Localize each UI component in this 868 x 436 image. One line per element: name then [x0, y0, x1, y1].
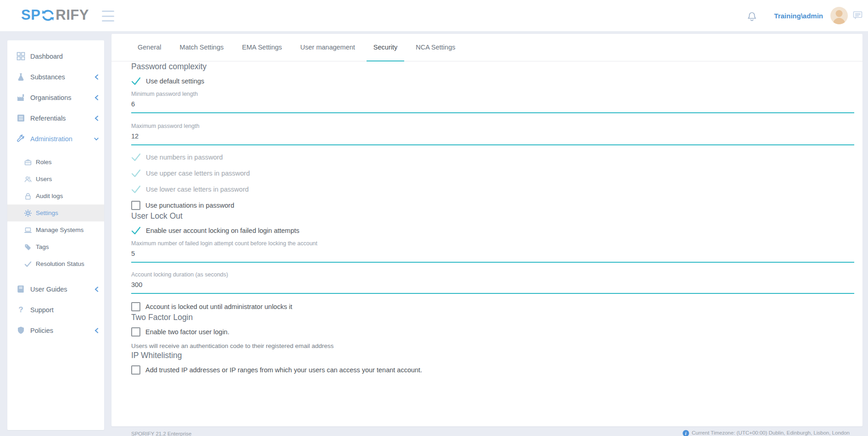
- sidebar-item-label: Manage Systems: [36, 226, 83, 233]
- enable-account-locking-checkbox[interactable]: Enable user account locking on failed lo…: [131, 225, 854, 236]
- chevron-down-icon: [94, 136, 99, 142]
- use-lowercase-checkbox[interactable]: Use lower case letters in password: [131, 184, 854, 195]
- checkbox-checked-disabled-icon: [131, 169, 141, 178]
- tab-match-settings[interactable]: Match Settings: [173, 34, 231, 61]
- sidebar-item-label: Tags: [36, 243, 49, 250]
- feedback-icon[interactable]: [853, 11, 862, 20]
- sidebar-item-referentials[interactable]: Referentials: [7, 108, 104, 128]
- app-logo[interactable]: SP RIFY: [21, 6, 89, 24]
- checkbox-checked-disabled-icon: [131, 153, 141, 162]
- add-trusted-ip-checkbox[interactable]: Add trusted IP addresses or IP ranges fr…: [131, 364, 854, 375]
- administration-submenu: Roles Users Audit logs: [7, 149, 104, 275]
- logo-text-rify: RIFY: [56, 6, 89, 24]
- flask-icon: [17, 72, 25, 81]
- sidebar-item-label: Dashboard: [30, 53, 63, 60]
- list-icon: [17, 114, 25, 122]
- sidebar-item-administration[interactable]: Administration: [7, 128, 104, 149]
- checkbox-label: Enable user account locking on failed lo…: [146, 227, 300, 234]
- field-label: Maximum number of failed login attempt c…: [131, 240, 854, 247]
- sidebar-item-label: Settings: [36, 210, 58, 216]
- sidebar-item-audit-logs[interactable]: Audit logs: [7, 188, 104, 204]
- two-factor-heading: Two Factor Login: [131, 312, 854, 322]
- sidebar-item-substances[interactable]: Substances: [7, 66, 104, 87]
- sidebar-item-label: Roles: [36, 159, 52, 166]
- avatar[interactable]: [830, 7, 848, 24]
- sidebar-item-label: Support: [30, 306, 54, 314]
- sidebar-item-label: Resolution Status: [36, 260, 84, 267]
- chevron-left-icon: [94, 287, 99, 292]
- max-password-length-field: Maximum password length: [131, 122, 854, 145]
- sidebar-item-label: Policies: [30, 327, 53, 334]
- checkbox-label: Add trusted IP addresses or IP ranges fr…: [145, 366, 422, 374]
- briefcase-icon: [24, 159, 32, 166]
- use-numbers-checkbox[interactable]: Use numbers in password: [131, 152, 854, 163]
- sidebar-item-manage-systems[interactable]: Manage Systems: [7, 221, 104, 238]
- user-menu[interactable]: Training\admin: [774, 12, 823, 20]
- tab-user-management[interactable]: User management: [294, 34, 362, 61]
- info-icon: i: [683, 430, 689, 436]
- sidebar-item-organisations[interactable]: Organisations: [7, 87, 104, 108]
- checkbox-unchecked-icon: [131, 201, 140, 210]
- menu-toggle-button[interactable]: [102, 10, 114, 22]
- tab-nca-settings[interactable]: NCA Settings: [409, 34, 462, 61]
- use-punctuations-checkbox[interactable]: Use punctuations in password: [131, 200, 854, 211]
- field-label: Account locking duration (as seconds): [131, 271, 854, 278]
- lock-duration-field: Account locking duration (as seconds): [131, 271, 854, 294]
- sidebar-item-users[interactable]: Users: [7, 171, 104, 188]
- sidebar-item-dashboard[interactable]: Dashboard: [7, 46, 104, 66]
- max-password-length-input[interactable]: [131, 130, 854, 145]
- tab-ema-settings[interactable]: EMA Settings: [235, 34, 289, 61]
- enable-two-factor-checkbox[interactable]: Enable two factor user login.: [131, 326, 854, 337]
- settings-tab-bar: General Match Settings EMA Settings User…: [111, 34, 862, 61]
- checkbox-label: Use numbers in password: [146, 154, 223, 161]
- topbar: SP RIFY Training\admin: [0, 0, 868, 31]
- sidebar-item-label: Administration: [30, 135, 72, 143]
- tab-security[interactable]: Security: [367, 34, 404, 61]
- sidebar-item-user-guides[interactable]: User Guides: [7, 279, 104, 299]
- two-factor-note: Users will receive an authentication cod…: [131, 342, 854, 350]
- min-password-length-input[interactable]: [131, 98, 854, 113]
- admin-unlock-checkbox[interactable]: Account is locked out until administrato…: [131, 301, 854, 312]
- timezone-text: Current Timezone: (UTC+00:00) Dublin, Ed…: [692, 430, 850, 436]
- sync-icon: [40, 8, 56, 22]
- sidebar-item-settings[interactable]: Settings: [7, 204, 104, 221]
- sidebar-item-label: Substances: [30, 73, 65, 81]
- timezone-status: i Current Timezone: (UTC+00:00) Dublin, …: [683, 430, 850, 436]
- checkbox-label: Account is locked out until administrato…: [145, 303, 292, 310]
- tab-general[interactable]: General: [131, 34, 168, 61]
- checkbox-unchecked-icon: [131, 365, 140, 375]
- use-uppercase-checkbox[interactable]: Use upper case letters in password: [131, 168, 854, 179]
- checkbox-label: Use upper case letters in password: [146, 170, 250, 177]
- ip-whitelisting-heading: IP Whitelisting: [131, 350, 854, 360]
- max-failed-attempts-input[interactable]: [131, 247, 854, 263]
- sidebar: Dashboard Substances Organisations Refer…: [7, 40, 104, 430]
- checkbox-label: Use punctuations in password: [145, 202, 234, 209]
- check-icon: [24, 260, 32, 268]
- lock-duration-input[interactable]: [131, 278, 854, 294]
- sidebar-item-support[interactable]: ? Support: [7, 299, 104, 320]
- use-default-settings-checkbox[interactable]: Use default settings: [131, 76, 854, 87]
- sidebar-item-label: Referentials: [30, 115, 66, 122]
- lock-icon: [24, 193, 32, 200]
- dashboard-grid-icon: [17, 52, 25, 61]
- sidebar-item-roles[interactable]: Roles: [7, 154, 104, 171]
- sidebar-item-tags[interactable]: Tags: [7, 238, 104, 255]
- chevron-left-icon: [94, 95, 99, 100]
- checkbox-label: Enable two factor user login.: [145, 328, 229, 336]
- sidebar-item-resolution-status[interactable]: Resolution Status: [7, 255, 104, 272]
- checkbox-checked-icon: [131, 226, 141, 235]
- sidebar-item-policies[interactable]: Policies: [7, 320, 104, 341]
- book-icon: [17, 285, 25, 293]
- settings-panel: General Match Settings EMA Settings User…: [111, 34, 862, 426]
- min-password-length-field: Minimum password length: [131, 90, 854, 113]
- laptop-icon: [24, 226, 32, 234]
- shield-icon: [17, 326, 25, 335]
- checkbox-unchecked-icon: [131, 302, 140, 311]
- checkbox-checked-disabled-icon: [131, 185, 141, 194]
- sidebar-item-label: User Guides: [30, 286, 67, 293]
- notifications-icon[interactable]: [746, 10, 757, 22]
- security-settings-content: Password complexity Use default settings…: [111, 61, 862, 375]
- user-lock-out-heading: User Lock Out: [131, 211, 854, 221]
- field-label: Minimum password length: [131, 90, 854, 98]
- gear-icon: [24, 210, 32, 217]
